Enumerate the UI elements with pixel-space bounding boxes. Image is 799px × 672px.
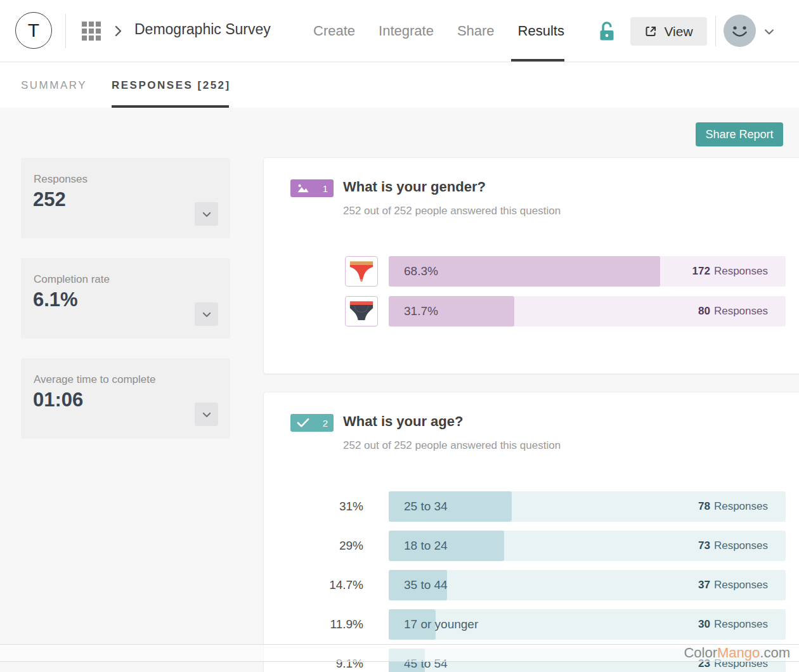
stat-dropdown-button[interactable] bbox=[195, 302, 218, 326]
question-subtitle: 252 out of 252 people answered this ques… bbox=[343, 205, 561, 217]
question-title: What is your age? bbox=[343, 413, 463, 430]
question-title: What is your gender? bbox=[343, 179, 486, 195]
stat-card-completion-rate: Completion rate 6.1% bbox=[21, 258, 230, 339]
response-count: 30 bbox=[698, 618, 710, 631]
nav-item-share[interactable]: Share bbox=[457, 23, 495, 39]
bar-track: 68.3% 172 Responses bbox=[389, 256, 786, 287]
bar-track: 35 to 44 37 Responses bbox=[389, 570, 786, 600]
bar-responses: 30 Responses bbox=[698, 609, 768, 640]
active-nav-underline bbox=[511, 59, 564, 61]
external-link-icon bbox=[644, 25, 658, 38]
workspaces-grid-icon[interactable] bbox=[82, 22, 101, 41]
brand-logo[interactable]: T bbox=[15, 12, 52, 49]
answer-percentage: 14.7% bbox=[264, 570, 376, 600]
dark-briefs-image bbox=[345, 296, 378, 326]
tab-responses[interactable]: RESPONSES [252] bbox=[112, 63, 231, 108]
answer-row: 31% 25 to 34 78 Responses bbox=[264, 491, 799, 522]
stat-label: Completion rate bbox=[34, 273, 110, 286]
bar-responses: 37 Responses bbox=[698, 570, 768, 600]
bar-responses: 78 Responses bbox=[698, 491, 768, 522]
question-card-gender: 1 What is your gender? 252 out of 252 pe… bbox=[263, 157, 799, 374]
stat-label: Average time to complete bbox=[34, 373, 155, 386]
response-unit: Responses bbox=[714, 579, 768, 591]
view-button[interactable]: View bbox=[630, 17, 707, 46]
bar-track: 25 to 34 78 Responses bbox=[389, 491, 786, 522]
form-title: Demographic Survey bbox=[134, 21, 271, 38]
active-tab-underline bbox=[112, 105, 229, 108]
stat-label: Responses bbox=[34, 173, 88, 186]
unlocked-padlock-icon[interactable] bbox=[599, 22, 616, 41]
brand-logo-letter: T bbox=[28, 20, 39, 41]
main-nav: Create Integrate Share Results bbox=[313, 0, 564, 62]
answer-percentage: 29% bbox=[264, 531, 376, 561]
nav-item-integrate[interactable]: Integrate bbox=[379, 23, 434, 39]
stat-dropdown-button[interactable] bbox=[195, 202, 218, 226]
answer-row: 29% 18 to 24 73 Responses bbox=[264, 531, 799, 561]
response-unit: Responses bbox=[714, 618, 768, 631]
image-choice-icon bbox=[296, 183, 310, 194]
answer-row: 14.7% 35 to 44 37 Responses bbox=[264, 570, 799, 600]
response-unit: Responses bbox=[714, 500, 768, 513]
stat-value: 6.1% bbox=[33, 288, 78, 311]
response-count: 73 bbox=[698, 540, 710, 552]
question-subtitle: 252 out of 252 people answered this ques… bbox=[343, 439, 561, 452]
stat-value: 252 bbox=[33, 188, 66, 211]
stat-dropdown-button[interactable] bbox=[195, 403, 218, 426]
question-number-badge: 2 bbox=[290, 414, 334, 432]
bar-responses: 172 Responses bbox=[692, 256, 768, 287]
divider bbox=[65, 14, 66, 48]
nav-item-results[interactable]: Results bbox=[518, 23, 564, 39]
bar-responses: 80 Responses bbox=[698, 296, 768, 326]
answer-percentage: 31% bbox=[264, 491, 376, 522]
nav-item-create[interactable]: Create bbox=[313, 23, 355, 39]
question-number: 1 bbox=[323, 183, 328, 194]
response-count: 37 bbox=[698, 579, 710, 591]
account-menu-chevron-icon[interactable] bbox=[763, 25, 776, 38]
answer-row: 11.9% 17 or younger 30 Responses bbox=[264, 609, 799, 640]
answer-label: 17 or younger bbox=[404, 609, 478, 640]
results-tabbar: SUMMARY RESPONSES [252] bbox=[0, 63, 799, 108]
bar-percentage: 68.3% bbox=[404, 256, 438, 287]
bar-percentage: 31.7% bbox=[404, 296, 438, 326]
watermark-text: Color bbox=[684, 645, 717, 661]
answer-percentage: 11.9% bbox=[264, 609, 376, 640]
top-navbar: T Demographic Survey Create Integrate Sh… bbox=[0, 0, 799, 62]
response-unit: Responses bbox=[714, 540, 768, 552]
answer-row: 31.7% 80 Responses bbox=[264, 296, 799, 326]
response-count: 172 bbox=[692, 265, 710, 278]
checkmark-icon bbox=[296, 417, 310, 429]
question-number-badge: 1 bbox=[290, 179, 334, 197]
results-content: Share Report Responses 252 Completion ra… bbox=[0, 108, 799, 672]
question-number: 2 bbox=[323, 418, 328, 429]
question-card-age: 2 What is your age? 252 out of 252 peopl… bbox=[263, 392, 799, 672]
answer-label: 25 to 34 bbox=[404, 491, 448, 522]
stat-value: 01:06 bbox=[33, 389, 83, 411]
breadcrumb-chevron-icon bbox=[110, 23, 126, 39]
bar-track: 31.7% 80 Responses bbox=[389, 296, 786, 326]
response-count: 78 bbox=[698, 500, 710, 513]
share-report-button[interactable]: Share Report bbox=[696, 122, 783, 146]
response-unit: Responses bbox=[714, 305, 768, 318]
watermark-band: ColorMango.com bbox=[0, 644, 799, 662]
answer-label: 35 to 44 bbox=[404, 570, 448, 600]
bar-track: 18 to 24 73 Responses bbox=[389, 531, 786, 561]
response-unit: Responses bbox=[714, 265, 768, 278]
bar-responses: 73 Responses bbox=[698, 531, 768, 561]
stat-card-average-time: Average time to complete 01:06 bbox=[21, 358, 230, 439]
answer-label: 18 to 24 bbox=[404, 531, 448, 561]
user-avatar-smiley[interactable] bbox=[724, 15, 756, 47]
stat-card-responses: Responses 252 bbox=[21, 158, 230, 238]
red-panties-image bbox=[345, 256, 378, 287]
view-button-label: View bbox=[664, 24, 692, 39]
bar-track: 17 or younger 30 Responses bbox=[389, 609, 786, 640]
answer-row: 68.3% 172 Responses bbox=[264, 256, 799, 287]
tab-summary[interactable]: SUMMARY bbox=[21, 63, 87, 108]
response-count: 80 bbox=[698, 305, 710, 318]
divider bbox=[715, 16, 716, 46]
